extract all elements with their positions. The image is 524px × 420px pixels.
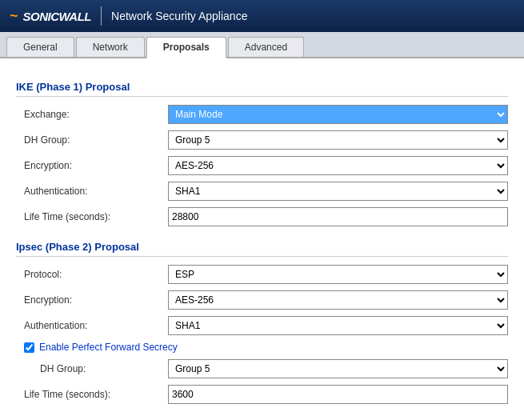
p2-lifetime-label: Life Time (seconds): [24,389,168,400]
p2-dh-select[interactable]: Group 1 Group 2 Group 5 Group 14 [168,359,508,378]
pfs-checkbox[interactable] [24,342,34,353]
p2-dh-label: DH Group: [40,363,168,374]
phase2-title: Ipsec (Phase 2) Proposal [16,241,508,257]
exchange-row: Exchange: Main Mode Aggressive Mode [16,105,508,124]
p2-lifetime-control [168,385,508,404]
logo-wave: ~ [10,8,18,25]
p2-auth-select[interactable]: MD5 SHA1 SHA256 SHA384 SHA512 [168,316,508,335]
p2-auth-label: Authentication: [24,320,168,331]
p2-auth-row: Authentication: MD5 SHA1 SHA256 SHA384 S… [16,316,508,335]
p2-proto-row: Protocol: ESP AH [16,265,508,284]
tab-advanced[interactable]: Advanced [228,37,304,57]
p2-dh-control: Group 1 Group 2 Group 5 Group 14 [168,359,508,378]
p1-lifetime-label: Life Time (seconds): [24,211,168,222]
tab-bar: General Network Proposals Advanced [0,32,524,58]
app-header: ~ SONICWALL Network Security Appliance [0,0,524,32]
header-divider [101,6,102,26]
p2-dh-row: DH Group: Group 1 Group 2 Group 5 Group … [16,359,508,378]
phase1-title: IKE (Phase 1) Proposal [16,81,508,97]
app-title: Network Security Appliance [111,10,247,22]
p1-auth-control: MD5 SHA1 SHA256 SHA384 SHA512 [168,182,508,201]
pfs-row: Enable Perfect Forward Secrecy [16,342,508,353]
logo-text: SONICWALL [23,10,92,23]
p1-lifetime-control [168,207,508,226]
p2-enc-row: Encryption: DES 3DES AES-128 AES-192 AES… [16,290,508,310]
main-content: IKE (Phase 1) Proposal Exchange: Main Mo… [0,58,524,420]
p2-auth-control: MD5 SHA1 SHA256 SHA384 SHA512 [168,316,508,335]
pfs-label[interactable]: Enable Perfect Forward Secrecy [39,342,178,353]
tab-proposals[interactable]: Proposals [146,37,226,58]
p1-dh-select[interactable]: Group 1 Group 2 Group 5 Group 14 [168,130,508,150]
p1-auth-row: Authentication: MD5 SHA1 SHA256 SHA384 S… [16,182,508,201]
p1-lifetime-input[interactable] [168,207,508,226]
p1-auth-select[interactable]: MD5 SHA1 SHA256 SHA384 SHA512 [168,182,508,201]
p1-enc-control: DES 3DES AES-128 AES-192 AES-256 [168,156,508,175]
p2-proto-control: ESP AH [168,265,508,284]
p2-lifetime-row: Life Time (seconds): [16,385,508,404]
sonicwall-logo: ~ SONICWALL [10,8,91,25]
p2-lifetime-input[interactable] [168,385,508,404]
exchange-label: Exchange: [24,109,168,120]
p2-enc-label: Encryption: [24,294,168,306]
p1-dh-control: Group 1 Group 2 Group 5 Group 14 [168,130,508,150]
tab-network[interactable]: Network [76,37,145,57]
exchange-control: Main Mode Aggressive Mode [168,105,508,124]
p2-enc-select[interactable]: DES 3DES AES-128 AES-192 AES-256 [168,290,508,310]
p1-dh-label: DH Group: [24,134,168,146]
p2-proto-label: Protocol: [24,269,168,280]
p2-enc-control: DES 3DES AES-128 AES-192 AES-256 [168,290,508,310]
p1-auth-label: Authentication: [24,186,168,197]
tab-general[interactable]: General [6,37,74,57]
p1-enc-select[interactable]: DES 3DES AES-128 AES-192 AES-256 [168,156,508,175]
p1-lifetime-row: Life Time (seconds): [16,207,508,226]
p1-dh-row: DH Group: Group 1 Group 2 Group 5 Group … [16,130,508,150]
exchange-select[interactable]: Main Mode Aggressive Mode [168,105,508,124]
p2-proto-select[interactable]: ESP AH [168,265,508,284]
p1-enc-row: Encryption: DES 3DES AES-128 AES-192 AES… [16,156,508,175]
p1-enc-label: Encryption: [24,160,168,171]
